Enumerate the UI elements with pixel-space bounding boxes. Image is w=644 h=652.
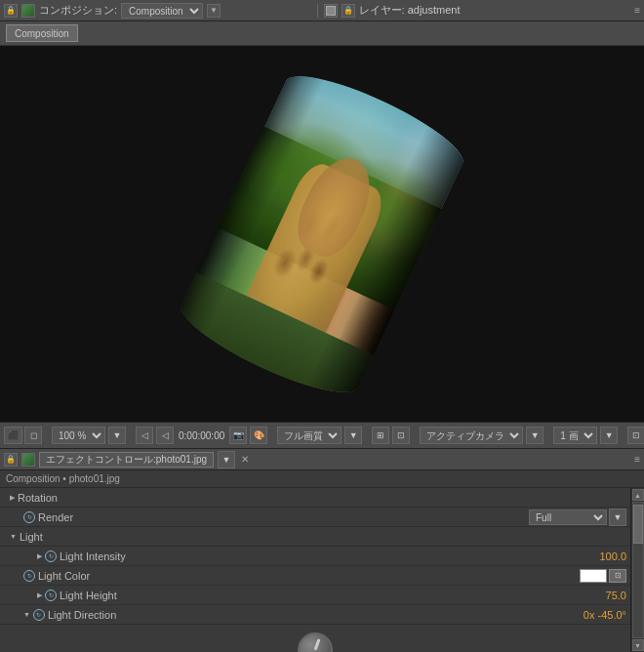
height-cycle-icon: ↻	[45, 590, 57, 601]
light-row: Light	[0, 527, 630, 547]
comp-label-jp: コンポジション:	[39, 3, 117, 18]
toolbar-left-icons: ⬛ ◻	[4, 427, 42, 444]
toolbar-btn-b[interactable]: ◁	[156, 427, 174, 444]
cylinder-highlight	[172, 60, 472, 407]
composition-tab[interactable]: Composition	[6, 24, 78, 42]
effect-dropdown-btn[interactable]: ▼	[218, 451, 235, 469]
header-right: ≡	[634, 5, 640, 16]
viewer-toolbar: ⬛ ◻ 100 % ▼ ◁ ◁ 0:00:00:00 📷 🎨 フル画質 ▼ ⊞ …	[0, 422, 644, 449]
light-label: Light	[20, 531, 626, 543]
render-row: ↻ Render Full ▼	[0, 508, 630, 527]
scroll-thumb[interactable]	[633, 505, 643, 544]
layer-title: レイヤー: adjustment	[359, 3, 461, 18]
render-cycle-icon: ↻	[23, 511, 35, 523]
direction-icon: ↻	[33, 609, 45, 621]
effect-title-area: 🔒 エフェクトコントロール: photo01.jpg ▼ ✕	[4, 451, 630, 469]
composition-panel-header: 🔒 コンポジション: Composition ▼ 🔒 レイヤー: adjustm…	[0, 0, 644, 21]
effect-file-name: photo01.jpg	[156, 454, 207, 465]
properties-area: Rotation ↻ Render Full ▼ Light	[0, 488, 644, 652]
zoom-select[interactable]: 100 %	[52, 427, 105, 444]
toolbar-grid-btn[interactable]: ⊞	[372, 427, 389, 444]
render-icon: ↻	[23, 511, 35, 523]
quality-dropdown[interactable]: ▼	[344, 427, 362, 444]
breadcrumb: Composition • photo01.jpg	[0, 470, 644, 488]
rotation-triangle[interactable]	[10, 494, 15, 502]
intensity-icon: ↻	[45, 550, 57, 562]
timecode-display: 0:00:00:00	[177, 430, 226, 441]
intensity-label: Light Intensity	[60, 550, 599, 562]
effect-comp-icon[interactable]	[21, 453, 35, 467]
composition-panel: 🔒 コンポジション: Composition ▼ 🔒 レイヤー: adjustm…	[0, 0, 644, 449]
rotation-label: Rotation	[18, 492, 626, 504]
knob-container	[0, 625, 630, 652]
light-intensity-row: ↻ Light Intensity 100.0	[0, 547, 630, 566]
snapshot-btn[interactable]: 📷	[229, 427, 247, 444]
toolbar-icon-btn2[interactable]: ◻	[24, 427, 42, 444]
zoom-dropdown[interactable]: ▼	[108, 427, 126, 444]
comp-dropdown-arrow[interactable]: ▼	[207, 4, 221, 18]
panel-menu-icon[interactable]: ≡	[634, 5, 640, 16]
light-color-row: ↻ Light Color ⊡	[0, 566, 630, 586]
header-left: 🔒 コンポジション: Composition ▼	[4, 3, 311, 19]
color-cycle-icon: ↻	[23, 570, 35, 582]
scroll-down-btn[interactable]: ▼	[632, 639, 644, 651]
color-picker-btn[interactable]: ⊡	[609, 569, 626, 583]
scroll-track[interactable]	[632, 502, 644, 638]
screen-dropdown[interactable]: ▼	[600, 427, 618, 444]
screen-select[interactable]: 1 画面	[553, 427, 597, 444]
render-select[interactable]: Full	[529, 509, 607, 525]
effect-title-jp: エフェクトコントロール:	[46, 453, 156, 467]
direction-cycle-icon: ↻	[33, 609, 45, 621]
composition-view	[0, 46, 644, 422]
intensity-value[interactable]: 100.0	[599, 550, 626, 562]
light-color-label: Light Color	[38, 570, 580, 582]
intensity-cycle-icon: ↻	[45, 550, 57, 562]
camera-select[interactable]: アクティブカメラ	[420, 427, 523, 444]
color-swatch[interactable]	[580, 569, 607, 583]
panel-comp-icon[interactable]	[21, 4, 35, 18]
properties-list: Rotation ↻ Render Full ▼ Light	[0, 488, 630, 652]
toolbar-icon-btn1[interactable]: ⬛	[4, 427, 22, 444]
effect-close-btn[interactable]: ✕	[239, 454, 251, 465]
scroll-up-btn[interactable]: ▲	[632, 489, 644, 501]
direction-value[interactable]: 0x -45.0°	[584, 609, 626, 621]
toolbar-icon-c[interactable]: ⊡	[627, 427, 644, 444]
cylinder-image	[172, 60, 472, 407]
effect-tab-label: エフェクトコントロール: photo01.jpg	[39, 452, 214, 468]
effect-panel-header: 🔒 エフェクトコントロール: photo01.jpg ▼ ✕ ≡	[0, 449, 644, 470]
layer-lock-icon[interactable]: 🔒	[342, 4, 355, 18]
light-color-icon: ↻	[23, 570, 35, 582]
height-label: Light Height	[60, 590, 606, 601]
light-height-row: ↻ Light Height 75.0	[0, 586, 630, 605]
effect-controls-panel: 🔒 エフェクトコントロール: photo01.jpg ▼ ✕ ≡ Composi…	[0, 449, 644, 652]
color-btn[interactable]: 🎨	[250, 427, 267, 444]
height-triangle[interactable]	[37, 591, 42, 599]
layer-panel-label: 🔒 レイヤー: adjustment	[324, 3, 631, 18]
light-direction-row: ↻ Light Direction 0x -45.0°	[0, 605, 630, 625]
effect-lock-icon[interactable]: 🔒	[4, 453, 18, 467]
render-value: Full ▼	[529, 509, 626, 526]
toolbar-ovr-btn[interactable]: ⊡	[392, 427, 410, 444]
direction-label: Light Direction	[48, 609, 584, 621]
layer-icon[interactable]	[324, 4, 338, 18]
camera-dropdown[interactable]: ▼	[526, 427, 543, 444]
effect-menu-icon[interactable]: ≡	[634, 454, 640, 465]
height-icon: ↻	[45, 590, 57, 601]
light-triangle[interactable]	[10, 533, 17, 540]
header-divider	[317, 4, 318, 18]
quality-select[interactable]: フル画質	[277, 427, 342, 444]
height-value[interactable]: 75.0	[606, 590, 626, 601]
direction-triangle[interactable]	[23, 611, 30, 618]
intensity-triangle[interactable]	[37, 552, 42, 560]
scrollbar: ▲ ▼	[630, 488, 644, 652]
panel-lock-icon[interactable]: 🔒	[4, 4, 18, 18]
toolbar-btn-a[interactable]: ◁	[136, 427, 153, 444]
render-label: Render	[38, 511, 529, 523]
render-dropdown-btn[interactable]: ▼	[609, 509, 626, 526]
light-color-value: ⊡	[580, 569, 626, 583]
direction-knob[interactable]	[298, 632, 333, 652]
composition-dropdown[interactable]: Composition	[121, 3, 203, 19]
cylinder-object	[172, 60, 472, 407]
rotation-row: Rotation	[0, 488, 630, 508]
